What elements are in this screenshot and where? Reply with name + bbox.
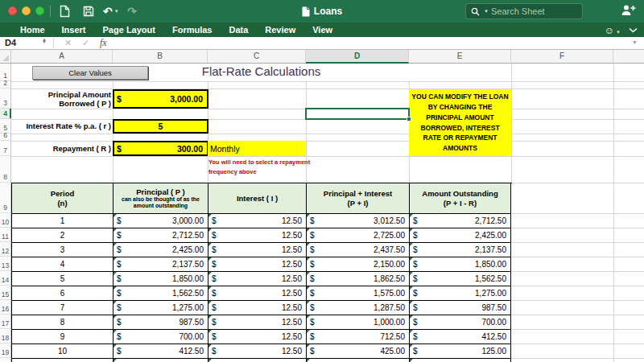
cell-amount-outstanding[interactable]: $2,425.00 (410, 228, 511, 243)
cell-interest[interactable]: $12.50 (208, 243, 307, 257)
cell-principal-plus-interest[interactable]: $3,012.50 (307, 214, 410, 228)
table-header-cell[interactable]: Amount Outstanding(P + I - R) (410, 183, 511, 214)
row-header-9[interactable]: 9 (0, 183, 10, 213)
row-header-2[interactable]: 2 (0, 81, 10, 88)
table-header-cell[interactable]: Period(n) (12, 183, 114, 214)
cell-period[interactable]: 5 (12, 272, 114, 286)
tab-page-layout[interactable]: Page Layout (103, 25, 155, 35)
cell-principal[interactable]: $700.00 (114, 330, 208, 344)
cell-partial[interactable] (114, 359, 208, 362)
tab-data[interactable]: Data (229, 25, 248, 35)
cell-principal-plus-interest[interactable]: $2,150.00 (307, 257, 410, 272)
row-header-13[interactable]: 13 (0, 257, 10, 271)
cell-principal[interactable]: $2,137.50 (114, 257, 208, 272)
row-header-6[interactable]: 6 (0, 134, 10, 141)
cell-principal[interactable]: $2,712.50 (114, 228, 208, 243)
principal-input-cell[interactable]: $ 3,000.00 (113, 89, 208, 109)
table-header-cell[interactable]: Principal ( P )can also be thought of as… (114, 183, 208, 214)
tab-formulas[interactable]: Formulas (172, 25, 213, 35)
tab-insert[interactable]: Insert (62, 25, 86, 35)
cell-principal-plus-interest[interactable]: $1,575.00 (307, 286, 410, 301)
cell-amount-outstanding[interactable]: $2,137.50 (410, 243, 511, 257)
cell-amount-outstanding[interactable]: $125.00 (410, 344, 511, 359)
collapse-ribbon-chevron-icon[interactable] (629, 27, 638, 33)
cell-principal[interactable]: $412.50 (114, 344, 208, 359)
cell-amount-outstanding[interactable]: $2,712.50 (410, 214, 511, 228)
clear-values-button[interactable]: Clear Values (32, 66, 148, 80)
cell-period[interactable]: 8 (12, 315, 114, 330)
row-header-14[interactable]: 14 (0, 271, 10, 286)
zoom-window-button[interactable] (35, 6, 44, 15)
cell-period[interactable]: 10 (12, 344, 114, 359)
cell-partial[interactable] (307, 359, 410, 362)
repayment-frequency-cell[interactable]: Monthly (208, 141, 306, 156)
save-button[interactable] (83, 4, 94, 19)
name-box-stepper[interactable]: ▲▼ (42, 39, 47, 44)
cell-amount-outstanding[interactable]: $412.50 (410, 330, 511, 344)
accept-entry-button[interactable]: ✓ (82, 38, 89, 48)
repayment-label[interactable]: Repayment ( R ) (11, 141, 111, 156)
cell-interest[interactable]: $12.50 (208, 286, 307, 301)
cell-interest[interactable]: $12.50 (208, 315, 307, 330)
new-workbook-button[interactable] (60, 4, 70, 19)
redo-button[interactable]: ↷ (127, 4, 137, 19)
row-header-8[interactable]: 8 (0, 156, 10, 183)
cell-principal[interactable]: $2,425.00 (114, 243, 208, 257)
cell-principal[interactable]: $1,562.50 (114, 286, 208, 301)
cell-principal[interactable]: $1,850.00 (114, 272, 208, 286)
tab-home[interactable]: Home (20, 25, 45, 35)
table-header-cell[interactable]: Interest ( I ) (208, 183, 307, 214)
row-header-10[interactable]: 10 (0, 213, 10, 228)
name-box[interactable]: D4 (5, 38, 16, 47)
cell-interest[interactable]: $12.50 (208, 344, 307, 359)
feedback-smiley-button[interactable]: ☺▼ (605, 23, 621, 37)
cell-period[interactable]: 1 (12, 214, 114, 228)
share-button[interactable] (621, 4, 636, 19)
cell-interest[interactable]: $12.50 (208, 330, 307, 344)
row-header-11[interactable]: 11 (0, 228, 10, 242)
column-header-d[interactable]: D (306, 50, 409, 64)
cell-interest[interactable]: $12.50 (208, 301, 307, 315)
cell-amount-outstanding[interactable]: $1,275.00 (410, 286, 511, 301)
column-header-e[interactable]: E (409, 50, 511, 63)
cell-principal[interactable]: $987.50 (114, 315, 208, 330)
insert-function-button[interactable]: fx (100, 37, 107, 49)
row-header-3[interactable]: 3 (0, 88, 10, 109)
repayment-input-cell[interactable]: $ 300.00 (113, 141, 208, 156)
cell-interest[interactable]: $12.50 (208, 272, 307, 286)
row-header-19[interactable]: 19 (0, 343, 10, 358)
cell-principal[interactable]: $3,000.00 (114, 214, 208, 228)
cell-period[interactable]: 7 (12, 301, 114, 315)
search-scope-caret-icon[interactable]: ▼ (484, 9, 489, 14)
close-window-button[interactable] (8, 6, 17, 15)
column-header-f[interactable]: F (511, 50, 613, 63)
cell-principal-plus-interest[interactable]: $712.50 (307, 330, 410, 344)
cell-interest[interactable]: $12.50 (208, 257, 307, 272)
cell-period[interactable] (12, 359, 114, 362)
cell-period[interactable]: 9 (12, 330, 114, 344)
row-header-17[interactable]: 17 (0, 315, 10, 329)
cell-amount-outstanding[interactable]: $987.50 (410, 301, 511, 315)
undo-dropdown-caret-icon[interactable]: ▼ (114, 9, 119, 14)
interest-rate-input-cell[interactable]: 5 (113, 119, 208, 134)
principal-label[interactable]: Principal Amount Borrowed ( P ) (11, 89, 111, 109)
cell-principal-plus-interest[interactable]: $2,437.50 (307, 243, 410, 257)
cell-amount-outstanding[interactable]: $1,562.50 (410, 272, 511, 286)
cell-principal-plus-interest[interactable]: $1,862.50 (307, 272, 410, 286)
row-header-15[interactable]: 15 (0, 286, 10, 300)
formula-bar-expand-caret-icon[interactable]: ▼ (632, 39, 638, 45)
cell-principal-plus-interest[interactable]: $425.00 (307, 344, 410, 359)
cell-amount-outstanding[interactable]: $700.00 (410, 315, 511, 330)
table-header-cell[interactable]: Principal + Interest(P + I) (307, 183, 410, 214)
cell-interest[interactable]: $12.50 (208, 228, 307, 243)
row-header-12[interactable]: 12 (0, 242, 10, 257)
cell-partial[interactable] (208, 359, 307, 362)
tab-review[interactable]: Review (265, 25, 295, 35)
cell-partial[interactable] (410, 359, 511, 362)
cell-principal-plus-interest[interactable]: $1,000.00 (307, 315, 410, 330)
cell-principal[interactable]: $1,275.00 (114, 301, 208, 315)
column-header-a[interactable]: A (11, 50, 113, 63)
cell-period[interactable]: 3 (12, 243, 114, 257)
cell-period[interactable]: 6 (12, 286, 114, 301)
cell-principal-plus-interest[interactable]: $2,725.00 (307, 228, 410, 243)
